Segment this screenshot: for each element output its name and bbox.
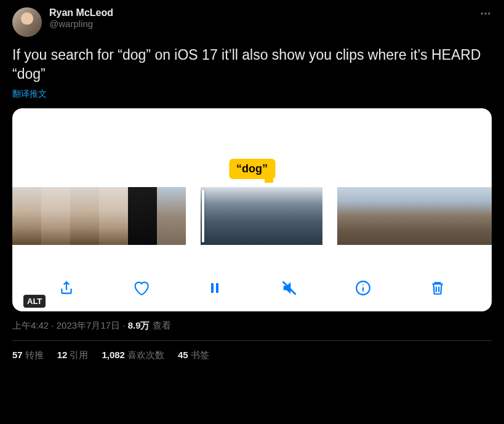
video-thumb	[201, 187, 241, 245]
tweet-text: If you search for “dog” on iOS 17 it’ll …	[12, 46, 492, 84]
video-thumb	[157, 187, 186, 245]
heart-icon	[132, 279, 150, 297]
video-thumb	[401, 187, 433, 245]
user-handle: @warpling	[49, 18, 113, 29]
divider	[12, 340, 492, 341]
video-thumb	[41, 187, 70, 245]
views-count: 8.9万	[128, 320, 150, 330]
video-thumb	[128, 187, 157, 245]
pause-button[interactable]	[206, 279, 223, 297]
info-button[interactable]	[354, 279, 372, 297]
video-thumb	[282, 187, 322, 245]
playhead[interactable]	[202, 190, 204, 242]
tweet-time: 上午4:42	[12, 320, 49, 330]
clip-group-1[interactable]	[12, 187, 186, 245]
info-icon	[355, 280, 371, 296]
video-thumb	[337, 187, 369, 245]
video-thumb	[369, 187, 401, 245]
speaker-muted-icon	[281, 279, 298, 297]
tweet-meta[interactable]: 上午4:42 · 2023年7月17日 · 8.9万 查看	[12, 320, 492, 332]
share-icon	[58, 280, 74, 296]
video-thumb	[12, 187, 41, 245]
media-toolbar	[12, 279, 492, 297]
mute-button[interactable]	[281, 279, 298, 297]
video-thumb	[433, 187, 465, 245]
clip-group-2[interactable]	[201, 187, 322, 245]
tweet-stats: 57转推 12引用 1,082喜欢次数 45书签	[12, 350, 492, 361]
video-thumb	[99, 187, 128, 245]
media-attachment[interactable]: “dog”	[12, 108, 492, 311]
video-timeline[interactable]	[12, 187, 492, 245]
share-button[interactable]	[58, 279, 75, 297]
more-options-button[interactable]	[479, 7, 492, 23]
quotes-stat[interactable]: 12引用	[57, 350, 89, 361]
search-term-bubble: “dog”	[229, 159, 275, 179]
svg-point-0	[481, 12, 483, 14]
bookmarks-stat[interactable]: 45书签	[178, 350, 209, 361]
alt-badge[interactable]: ALT	[23, 295, 46, 308]
svg-point-2	[488, 12, 490, 14]
tweet-container: Ryan McLeod @warpling If you search for …	[0, 0, 504, 369]
tweet-header: Ryan McLeod @warpling	[12, 7, 492, 37]
video-thumb	[465, 187, 492, 245]
likes-stat[interactable]: 1,082喜欢次数	[102, 350, 164, 361]
svg-rect-4	[216, 283, 218, 293]
video-thumb	[70, 187, 99, 245]
bubble-pointer	[265, 179, 273, 183]
pause-icon	[207, 281, 222, 295]
avatar[interactable]	[12, 7, 42, 37]
like-button[interactable]	[132, 279, 150, 297]
svg-point-8	[362, 284, 364, 286]
clip-group-3[interactable]	[337, 187, 492, 245]
translate-link[interactable]: 翻译推文	[12, 89, 492, 100]
more-icon	[479, 7, 492, 20]
delete-button[interactable]	[429, 279, 446, 297]
views-label: 查看	[150, 320, 171, 330]
display-name: Ryan McLeod	[49, 7, 113, 18]
trash-icon	[430, 280, 446, 296]
svg-rect-3	[211, 283, 214, 293]
user-info[interactable]: Ryan McLeod @warpling	[49, 7, 113, 29]
video-thumb	[241, 187, 282, 245]
svg-point-1	[484, 12, 486, 14]
tweet-date: 2023年7月17日	[57, 320, 120, 330]
retweets-stat[interactable]: 57转推	[12, 350, 44, 361]
